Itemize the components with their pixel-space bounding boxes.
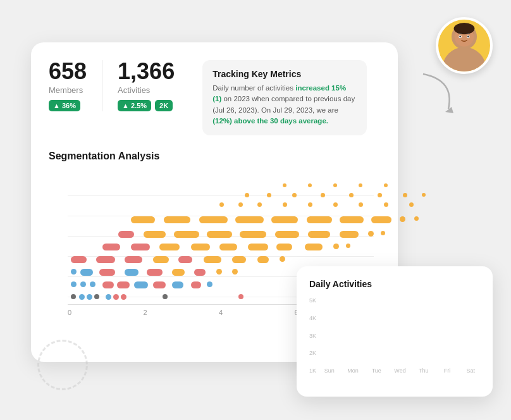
activities-badge: ▲ 2.5% — [118, 100, 151, 111]
scatter-dot — [159, 244, 180, 250]
members-badge: ▲ 36% — [49, 100, 80, 111]
bar-col-tue: Tue — [367, 365, 386, 374]
scatter-dot — [238, 294, 243, 299]
members-badge-row: ▲ 36% — [49, 100, 87, 111]
scatter-dot — [359, 183, 362, 187]
scatter-dot — [292, 193, 297, 197]
bar-label-sat: Sat — [467, 368, 476, 374]
scatter-dot — [384, 183, 388, 187]
bar-col-wed: Wed — [391, 365, 409, 374]
scatter-dot — [118, 231, 134, 238]
scatter-dot — [194, 269, 206, 276]
scatter-dot — [87, 294, 92, 300]
scatter-dot — [235, 216, 264, 223]
scatter-dot — [172, 269, 185, 276]
bar-label-mon: Mon — [347, 368, 359, 374]
scatter-dot — [174, 231, 199, 238]
scatter-dot — [378, 193, 382, 197]
bar-label-wed: Wed — [394, 368, 405, 374]
scatter-dot — [283, 183, 286, 187]
activities-metric: 1,366 Activities ▲ 2.5% 2K — [118, 60, 190, 111]
scatter-dot — [71, 256, 87, 263]
activities-value: 1,366 — [118, 60, 175, 83]
members-value: 658 — [49, 60, 87, 83]
segmentation-title: Segmentation Analysis — [49, 151, 380, 162]
scatter-dot — [333, 202, 338, 207]
scatter-dot — [280, 256, 285, 262]
metrics-row: 658 Members ▲ 36% 1,366 Activities ▲ 2.5… — [49, 60, 380, 135]
scatter-dot — [99, 269, 115, 276]
scatter-dot — [381, 231, 385, 235]
scatter-dot — [207, 231, 232, 238]
scatter-dot — [163, 294, 168, 299]
scatter-dot — [178, 256, 192, 263]
scatter-dot — [71, 281, 77, 287]
scatter-dot — [121, 294, 126, 300]
scatter-dot — [153, 256, 169, 263]
scatter-dot — [333, 183, 337, 187]
scatter-dot — [144, 231, 166, 238]
scatter-dot — [117, 281, 130, 288]
scatter-dot — [276, 244, 292, 250]
bar-col-fri: Fri — [438, 365, 456, 374]
scatter-dot — [238, 202, 243, 207]
bar-col-sun: Sun — [320, 365, 338, 374]
scatter-dot — [257, 202, 262, 207]
activities-label: Activities — [118, 85, 175, 95]
scatter-dot — [245, 193, 249, 197]
scatter-dot — [219, 202, 224, 207]
tracking-box: Tracking Key Metrics Daily number of act… — [202, 60, 367, 135]
scatter-dot — [232, 269, 238, 275]
tracking-highlight2: (12%) above the 30 days average. — [212, 117, 328, 125]
bar-label-thu: Thu — [419, 368, 429, 374]
scatter-dot — [191, 281, 201, 288]
daily-card: Daily Activities 1K 2K 3K 4K 5K SunMonTu… — [297, 266, 493, 397]
y-label-1k: 1K — [309, 368, 316, 374]
scatter-dot — [131, 244, 150, 250]
scatter-dot — [283, 202, 287, 207]
daily-chart-wrapper: 1K 2K 3K 4K 5K SunMonTueWedThuFriSat — [309, 298, 480, 386]
scatter-dot — [172, 281, 183, 288]
bar-chart: SunMonTueWedThuFriSat — [320, 298, 480, 374]
scatter-dot — [368, 231, 374, 237]
bar-col-sat: Sat — [462, 365, 480, 374]
scatter-dot — [80, 281, 86, 287]
scatter-dot — [153, 281, 166, 288]
scatter-dot — [308, 231, 330, 238]
scatter-dot — [240, 231, 266, 238]
dashed-circle-decoration — [37, 340, 88, 390]
scatter-dot — [403, 193, 407, 197]
scatter-dot — [384, 202, 388, 207]
daily-title: Daily Activities — [309, 279, 480, 289]
bar-label-fri: Fri — [444, 368, 451, 374]
scatter-dot — [102, 244, 120, 250]
scatter-dot — [204, 256, 221, 263]
members-label: Members — [49, 85, 87, 95]
scatter-dot — [134, 281, 148, 288]
scatter-dot — [219, 244, 237, 250]
scatter-dot — [79, 294, 85, 300]
scatter-dot — [359, 202, 363, 207]
activities-badge-2k: 2K — [155, 100, 173, 111]
y-axis: 1K 2K 3K 4K 5K — [309, 298, 320, 374]
scatter-dot — [267, 193, 271, 197]
bar-col-thu: Thu — [414, 365, 433, 374]
scatter-dot — [409, 202, 414, 207]
scatter-dot — [307, 216, 332, 223]
scatter-dot — [340, 231, 359, 238]
scatter-dot — [400, 216, 405, 222]
scatter-dot — [80, 269, 93, 276]
scatter-dot — [422, 193, 426, 197]
svg-point-4 — [454, 23, 475, 34]
y-label-2k: 2K — [309, 350, 316, 356]
tracking-highlight1: increased 15% (1) — [212, 84, 346, 102]
scatter-dot — [305, 244, 323, 250]
tracking-title: Tracking Key Metrics — [212, 69, 357, 79]
scatter-dot — [248, 244, 268, 250]
bar-col-mon: Mon — [343, 365, 362, 374]
scatter-dot — [340, 216, 364, 223]
scatter-dot — [94, 294, 99, 299]
x-label-0: 0 — [68, 309, 71, 316]
scatter-dot — [102, 281, 114, 288]
scatter-dot — [207, 281, 212, 287]
